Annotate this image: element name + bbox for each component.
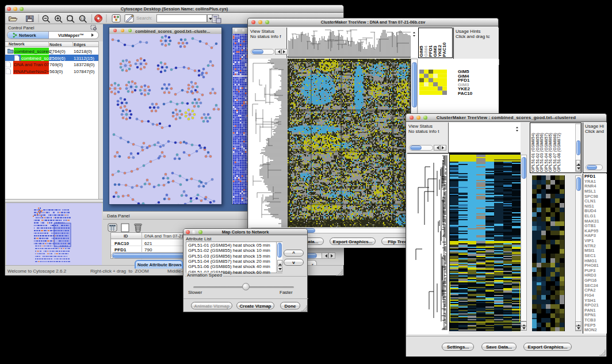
svg-text:PAC10: PAC10 xyxy=(442,42,447,57)
svg-text:GPL51-08 (GSM872): GPL51-08 (GSM872) xyxy=(556,133,561,172)
svg-text:1:1: 1:1 xyxy=(81,17,85,20)
